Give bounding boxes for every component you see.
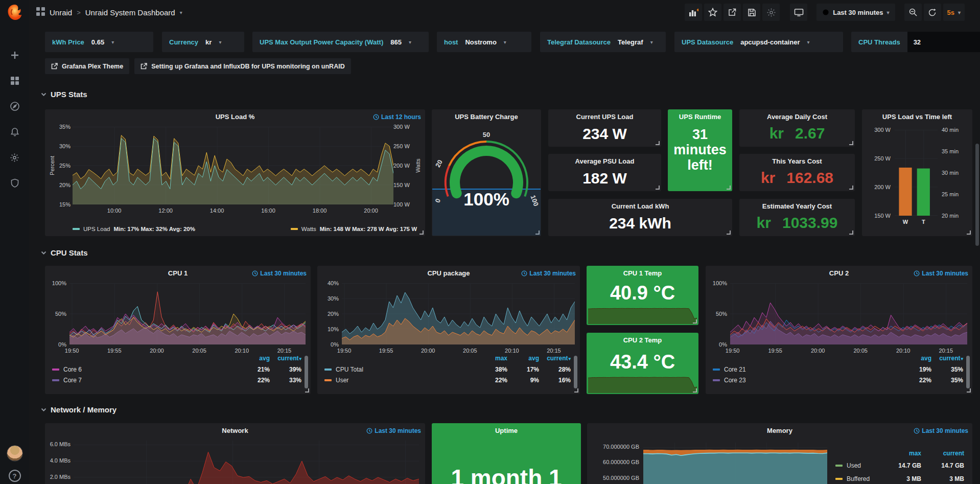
legend-series[interactable]: User xyxy=(324,377,476,384)
page-scrollbar[interactable] xyxy=(975,144,979,246)
create-icon[interactable] xyxy=(9,50,20,61)
cpu-package-chart[interactable] xyxy=(342,283,575,344)
legend-header: avgcurrent xyxy=(713,355,963,364)
legend-table: avgcurrent Core 2119%35% Core 2322%35% xyxy=(713,355,963,385)
legend-col-avg[interactable]: avg xyxy=(238,355,270,364)
server-admin-icon[interactable] xyxy=(9,177,20,189)
legend-item[interactable]: UPS LoadMin: 17% Max: 32% Avg: 20% xyxy=(73,226,195,232)
legend-col-avg[interactable]: avg xyxy=(900,355,931,364)
legend-col-current[interactable]: current xyxy=(921,450,964,459)
panel-title[interactable]: UPS Runtime xyxy=(668,113,732,121)
legend-series[interactable]: Core 6 xyxy=(52,366,238,373)
panel-time-range-link[interactable]: Last 30 minutes xyxy=(366,427,421,434)
panel-title[interactable]: CPU 2 Temp xyxy=(587,336,698,344)
legend-series[interactable]: CPU Total xyxy=(324,366,476,373)
ups-load-chart[interactable] xyxy=(73,127,393,204)
panel-title[interactable]: Estimated Yearly Cost xyxy=(739,202,855,210)
breadcrumb: Unraid > Unraid System Dashboard ▾ xyxy=(36,0,182,25)
clock-icon xyxy=(366,428,372,434)
variable-ups-max-output[interactable]: UPS Max Output Power Capacity (Watt) 865… xyxy=(252,32,429,52)
variable-telegraf-datasource[interactable]: Telegraf Datasource Telegraf ▾ xyxy=(540,32,666,52)
panel-title[interactable]: This Years Cost xyxy=(739,157,855,165)
apps-grid-icon[interactable] xyxy=(36,7,45,17)
panel-cpu1: CPU 1 Last 30 minutes 100%50%0% 19:5019:… xyxy=(45,266,311,394)
variable-kwh-price[interactable]: kWh Price 0.65 ▾ xyxy=(45,32,153,52)
ups-bar-chart[interactable] xyxy=(895,130,938,216)
breadcrumb-folder[interactable]: Unraid xyxy=(50,8,72,17)
chevron-down-icon[interactable]: ▾ xyxy=(180,10,182,15)
cpu2-chart[interactable] xyxy=(730,283,967,344)
variable-currency[interactable]: Currency kr ▾ xyxy=(162,32,244,52)
breadcrumb-dashboard-title[interactable]: Unraid System Dashboard xyxy=(85,8,175,17)
legend-series[interactable]: Core 23 xyxy=(713,377,900,384)
panel-title[interactable]: UPS Load vs Time left xyxy=(862,113,972,121)
time-range-picker[interactable]: Last 30 minutes ▾ xyxy=(816,4,895,21)
panel-title[interactable]: Current UPS Load xyxy=(548,113,661,121)
legend-col-max[interactable]: max xyxy=(476,355,507,364)
variable-value: 865 xyxy=(390,38,402,46)
panel-time-range-link[interactable]: Last 30 minutes xyxy=(914,270,968,277)
add-panel-button[interactable] xyxy=(685,4,702,21)
legend-col-current[interactable]: current xyxy=(931,355,963,364)
y-axis-ticks-left: 300 W250 W200 W150 W xyxy=(867,126,891,219)
variable-value: Nostromo xyxy=(465,38,496,46)
panel-time-range-link[interactable]: Last 30 minutes xyxy=(914,427,968,434)
alerting-icon[interactable] xyxy=(9,126,20,137)
legend-scrollbar[interactable] xyxy=(574,356,577,388)
legend-row: Core 621%39% xyxy=(52,364,301,375)
legend-col-max[interactable]: max xyxy=(878,450,921,459)
panel-average-psu-load: Average PSU Load 182 W xyxy=(548,154,661,191)
panel-time-range-link[interactable]: Last 12 hours xyxy=(373,113,421,121)
legend-series[interactable]: Core 7 xyxy=(52,377,238,384)
network-chart[interactable] xyxy=(74,441,419,484)
cpu-threads-input[interactable]: 32 xyxy=(907,32,980,52)
star-button[interactable] xyxy=(704,4,721,21)
panel-time-range-link[interactable]: Last 30 minutes xyxy=(521,270,576,277)
section-title: CPU Stats xyxy=(51,248,88,257)
legend-col-current[interactable]: current xyxy=(270,355,301,364)
panel-title[interactable]: Current Load kWh xyxy=(548,202,732,210)
panel-title[interactable]: Average Daily Cost xyxy=(739,113,855,121)
legend-col-current[interactable]: current xyxy=(539,355,571,364)
section-cpu-stats[interactable]: CPU Stats xyxy=(41,248,88,257)
panel-time-range-link[interactable]: Last 30 minutes xyxy=(252,270,307,277)
legend-col-avg[interactable]: avg xyxy=(507,355,539,364)
panel-title[interactable]: Uptime xyxy=(432,427,581,434)
variable-label: Currency xyxy=(169,38,198,46)
refresh-interval-picker[interactable]: 5s ▾ xyxy=(943,4,965,21)
panel-title[interactable]: UPS Load % xyxy=(45,113,425,121)
time-range-label: Last 30 minutes xyxy=(922,427,968,434)
help-icon[interactable]: ? xyxy=(9,470,21,482)
link-grafana-plex-theme[interactable]: Grafana Plex Theme xyxy=(45,58,129,74)
legend-scrollbar[interactable] xyxy=(305,356,308,388)
section-ups-stats[interactable]: UPS Stats xyxy=(41,90,87,99)
refresh-button[interactable] xyxy=(924,4,941,21)
legend-series[interactable]: Used xyxy=(835,462,878,469)
legend-item[interactable]: WattsMin: 148 W Max: 278 W Avg: 175 W xyxy=(291,226,417,232)
variable-host[interactable]: host Nostromo ▾ xyxy=(437,32,531,52)
panel-title[interactable]: CPU 1 Temp xyxy=(587,269,698,277)
configuration-icon[interactable] xyxy=(9,152,20,163)
dashboard-settings-button[interactable] xyxy=(762,4,780,21)
panel-title[interactable]: Average PSU Load xyxy=(548,157,661,165)
legend-series[interactable]: Buffered xyxy=(835,475,878,482)
variable-ups-datasource[interactable]: UPS Datasource apcupsd-container ▾ xyxy=(674,32,843,52)
save-button[interactable] xyxy=(743,4,760,21)
link-grafana-influxdb-ups-guide[interactable]: Setting up Grafana and InfluxDB for UPS … xyxy=(134,58,351,74)
legend-scrollbar[interactable] xyxy=(966,356,970,388)
legend-swatch xyxy=(835,478,843,480)
memory-chart[interactable] xyxy=(643,443,827,484)
panel-title[interactable]: UPS Battery Charge xyxy=(432,113,541,121)
tv-mode-button[interactable] xyxy=(790,4,807,21)
dashboards-icon[interactable] xyxy=(9,75,20,86)
cpu1-chart[interactable] xyxy=(69,283,306,344)
legend-swatch xyxy=(324,368,332,371)
time-range-label: Last 30 minutes xyxy=(833,9,883,16)
grafana-logo-icon[interactable] xyxy=(6,4,24,23)
explore-icon[interactable] xyxy=(9,101,20,112)
share-button[interactable] xyxy=(724,4,741,21)
user-avatar[interactable] xyxy=(7,445,23,462)
section-network-memory[interactable]: Network / Memory xyxy=(41,405,116,414)
zoom-out-button[interactable] xyxy=(904,4,922,21)
legend-series[interactable]: Core 21 xyxy=(713,366,900,373)
